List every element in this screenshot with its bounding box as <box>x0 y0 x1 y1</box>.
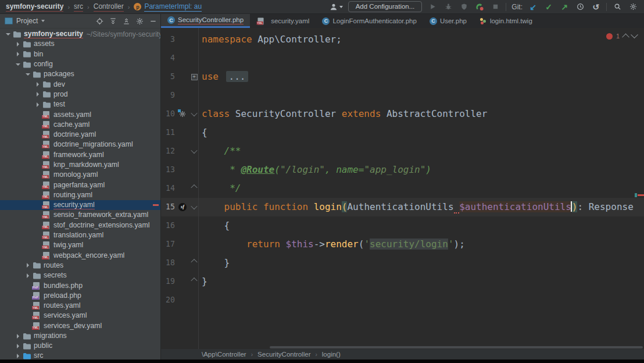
panel-settings-button[interactable] <box>135 16 144 26</box>
tab-login.html.twig[interactable]: login.html.twig <box>473 14 539 28</box>
tree-item-dev[interactable]: dev <box>0 79 160 89</box>
locate-file-button[interactable] <box>95 16 103 26</box>
tree-item-routes.yaml[interactable]: YMLroutes.yaml <box>0 301 160 311</box>
tab-SecurityController.php[interactable]: CSecurityController.php <box>161 14 250 28</box>
stop-button[interactable] <box>490 2 500 12</box>
code-line-12[interactable]: 12 /** <box>161 142 644 161</box>
hide-panel-button[interactable] <box>149 16 157 26</box>
breadcrumb-active-item[interactable]: pParameterImpl: au <box>134 2 202 12</box>
git-commit-button[interactable]: ✓ <box>543 2 554 12</box>
coverage-button[interactable] <box>459 2 469 12</box>
fold-marker-plus[interactable]: + <box>190 67 198 86</box>
tree-item-test[interactable]: test <box>0 99 160 109</box>
tab-security.yaml[interactable]: YMLsecurity.yaml <box>250 14 316 28</box>
tree-item-public[interactable]: public <box>0 341 160 351</box>
code-line-3[interactable]: 3namespace App\Controller; <box>161 30 644 49</box>
chevron-collapsed-icon[interactable] <box>23 263 32 268</box>
collapse-all-button[interactable] <box>122 16 130 26</box>
breadcrumb-item-Controller[interactable]: Controller <box>94 2 124 12</box>
tab-User.php[interactable]: CUser.php <box>423 14 473 28</box>
code-line-11[interactable]: 11{ <box>161 123 644 142</box>
stripe-info-mark[interactable] <box>635 193 637 197</box>
chevron-collapsed-icon[interactable] <box>13 334 22 339</box>
tree-item-assets.yaml[interactable]: YMLassets.yaml <box>0 109 160 119</box>
editor-breadcrumb-item[interactable]: login() <box>322 351 341 358</box>
chevron-expanded-icon[interactable] <box>3 33 12 35</box>
fold-marker-down[interactable] <box>190 105 198 123</box>
tree-item-stof_doctrine_extensions.yaml[interactable]: YMLstof_doctrine_extensions.yaml <box>0 220 160 230</box>
expand-all-button[interactable] <box>109 16 117 26</box>
code-line-4[interactable]: 4 <box>161 49 644 67</box>
tree-item-pagerfanta.yaml[interactable]: YMLpagerfanta.yaml <box>0 180 160 190</box>
project-panel-title[interactable]: Project <box>16 17 38 25</box>
tree-item-secrets[interactable]: secrets <box>0 271 160 280</box>
fold-marker-up[interactable] <box>190 179 198 198</box>
service-definition-gutter-icon[interactable] <box>175 105 190 123</box>
tree-item-cache.yaml[interactable]: YMLcache.yaml <box>0 120 160 130</box>
tree-item-routing.yaml[interactable]: YMLrouting.yaml <box>0 190 160 200</box>
code-line-9[interactable]: 9 <box>161 86 644 105</box>
code-line-14[interactable]: 14 */ <box>161 179 644 198</box>
chevron-expanded-icon[interactable] <box>23 73 32 76</box>
chevron-collapsed-icon[interactable] <box>13 52 22 56</box>
code-editor[interactable]: 3namespace App\Controller;45+use ...910c… <box>161 28 644 349</box>
code-line-10[interactable]: 10class SecurityController extends Abstr… <box>161 105 644 123</box>
git-push-button[interactable]: ↗ <box>559 2 570 12</box>
git-update-button[interactable]: ↙ <box>528 2 538 12</box>
symfony-route-gutter-icon[interactable]: sf <box>175 198 190 216</box>
chevron-collapsed-icon[interactable] <box>13 354 22 358</box>
tree-item-webpack_encore.yaml[interactable]: YMLwebpack_encore.yaml <box>0 251 160 261</box>
code-line-20[interactable]: 20 <box>161 291 644 309</box>
local-history-button[interactable] <box>575 2 585 12</box>
debug-button[interactable] <box>443 2 453 12</box>
breadcrumb-item-symfony-security[interactable]: symfony-security <box>6 2 63 12</box>
code-line-15[interactable]: 15sf public function login(Authenticatio… <box>161 198 644 216</box>
tree-item-translation.yaml[interactable]: YMLtranslation.yaml <box>0 230 160 240</box>
horizontal-scrollbar[interactable] <box>270 346 643 348</box>
fold-marker-down[interactable] <box>190 198 198 216</box>
fold-marker-down[interactable] <box>190 142 198 161</box>
settings-button[interactable] <box>628 2 638 12</box>
code-line-13[interactable]: 13 * @Route("/login", name="app_login") <box>161 161 644 179</box>
chevron-expanded-icon[interactable] <box>13 63 22 66</box>
editor-breadcrumb-item[interactable]: \App\Controller <box>202 351 246 358</box>
tree-item-twig.yaml[interactable]: YMLtwig.yaml <box>0 240 160 250</box>
chevron-down-icon[interactable] <box>41 20 45 22</box>
tree-item-prod[interactable]: prod <box>0 90 160 99</box>
add-configuration-button[interactable]: Add Configuration... <box>348 1 423 12</box>
chevron-collapsed-icon[interactable] <box>13 42 22 47</box>
tree-item-config[interactable]: config <box>0 59 160 69</box>
tree-item-src[interactable]: src <box>0 351 160 360</box>
chevron-collapsed-icon[interactable] <box>13 344 22 348</box>
tree-item-framework.yaml[interactable]: YMLframework.yaml <box>0 150 160 160</box>
tree-item-monolog.yaml[interactable]: YMLmonolog.yaml <box>0 170 160 180</box>
chevron-collapsed-icon[interactable] <box>33 82 42 87</box>
breadcrumb-item-src[interactable]: src <box>74 2 83 12</box>
tree-item-knp_markdown.yaml[interactable]: YMLknp_markdown.yaml <box>0 160 160 170</box>
debug-listener-toggle[interactable] <box>474 2 485 12</box>
tree-item-migrations[interactable]: migrations <box>0 331 160 341</box>
fold-marker-up[interactable] <box>190 254 198 272</box>
previous-error-button[interactable] <box>622 33 629 41</box>
tree-item-doctrine_migrations.yaml[interactable]: YMLdoctrine_migrations.yaml <box>0 140 160 150</box>
chevron-collapsed-icon[interactable] <box>23 273 32 278</box>
run-button[interactable] <box>427 2 438 12</box>
code-line-5[interactable]: 5+use ... <box>161 67 644 86</box>
tree-item-routes[interactable]: routes <box>0 261 160 271</box>
tree-item-services.yaml[interactable]: YMLservices.yaml <box>0 311 160 321</box>
tree-item-bin[interactable]: bin <box>0 49 160 59</box>
search-everywhere-button[interactable] <box>612 2 622 12</box>
user-menu[interactable] <box>330 2 343 12</box>
code-line-17[interactable]: 17 return $this->render('security/login'… <box>161 235 644 254</box>
tree-item-preload.php[interactable]: PHPpreload.php <box>0 291 160 301</box>
code-line-19[interactable]: 19} <box>161 272 644 291</box>
code-line-18[interactable]: 18 } <box>161 254 644 272</box>
fold-marker-up[interactable] <box>190 272 198 291</box>
editor-breadcrumb-item[interactable]: SecurityController <box>257 351 310 358</box>
chevron-collapsed-icon[interactable] <box>33 92 42 97</box>
chevron-collapsed-icon[interactable] <box>33 102 42 107</box>
tree-item-doctrine.yaml[interactable]: YMLdoctrine.yaml <box>0 130 160 140</box>
code-line-16[interactable]: 16 { <box>161 216 644 235</box>
stripe-error-mark[interactable] <box>638 194 644 196</box>
tree-item-packages[interactable]: packages <box>0 69 160 79</box>
